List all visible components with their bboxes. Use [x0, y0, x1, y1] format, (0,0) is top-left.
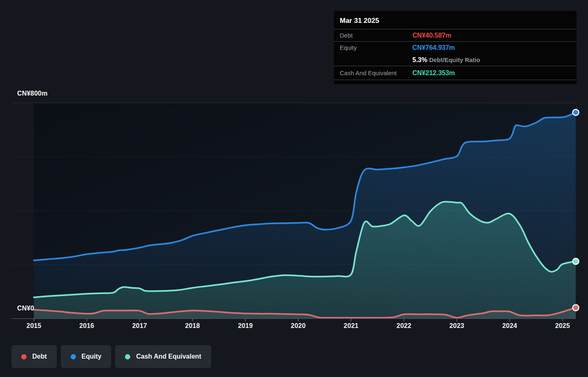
tooltip-date: Mar 31 2025 [334, 11, 577, 29]
x-axis-label-2017: 2017 [123, 322, 156, 330]
y-axis-label-800m: CN¥800m [17, 90, 47, 97]
legend-item-label: Equity [82, 353, 102, 360]
cash-legend-dot-icon [125, 354, 130, 359]
tooltip-equity-value: CN¥764.937m [412, 42, 455, 54]
tooltip-row-debt: Debt CN¥40.587m [334, 29, 577, 42]
legend-item-debt[interactable]: Debt [11, 345, 57, 368]
debt-legend-dot-icon [21, 354, 27, 359]
legend-item-label: Debt [32, 353, 47, 360]
x-axis-label-2021: 2021 [335, 322, 368, 330]
chart-tooltip: Mar 31 2025 Debt CN¥40.587m Equity CN¥76… [334, 11, 577, 84]
legend-item-cash[interactable]: Cash And Equivalent [115, 345, 211, 368]
x-axis-label-2020: 2020 [282, 322, 314, 330]
tooltip-cash-label: Cash And Equivalent [340, 69, 396, 76]
y-axis-label-0: CN¥0 [17, 305, 34, 312]
x-axis-label-2024: 2024 [493, 322, 526, 330]
x-axis-label-2022: 2022 [388, 322, 420, 330]
tooltip-equity-label: Equity [340, 44, 357, 51]
x-axis-label-2019: 2019 [229, 322, 262, 330]
chart-legend: DebtEquityCash And Equivalent [11, 345, 211, 368]
x-axis-label-2018: 2018 [176, 322, 209, 330]
tooltip-debt-label: Debt [340, 32, 353, 39]
x-axis-label-2016: 2016 [70, 322, 103, 330]
legend-item-equity[interactable]: Equity [61, 345, 111, 368]
tooltip-cash-value: CN¥212.353m [412, 66, 455, 80]
tooltip-debt-value: CN¥40.587m [412, 29, 451, 42]
tooltip-row-equity: Equity CN¥764.937m [334, 42, 577, 54]
x-axis-label-2025: 2025 [546, 322, 579, 330]
equity-legend-dot-icon [71, 354, 76, 359]
legend-item-label: Cash And Equivalent [136, 353, 201, 360]
balance-sheet-history-page: CN¥800m CN¥0 201520162017201820192020202… [0, 0, 588, 377]
tooltip-ratio-value: 5.3% [412, 56, 427, 63]
tooltip-ratio-label: Debt/Equity Ratio [429, 56, 480, 63]
x-axis-label-2023: 2023 [441, 322, 473, 330]
tooltip-row-cash: Cash And Equivalent CN¥212.353m [334, 66, 577, 80]
tooltip-row-ratio: 5.3% Debt/Equity Ratio [334, 54, 577, 66]
x-axis-label-2015: 2015 [18, 322, 50, 330]
